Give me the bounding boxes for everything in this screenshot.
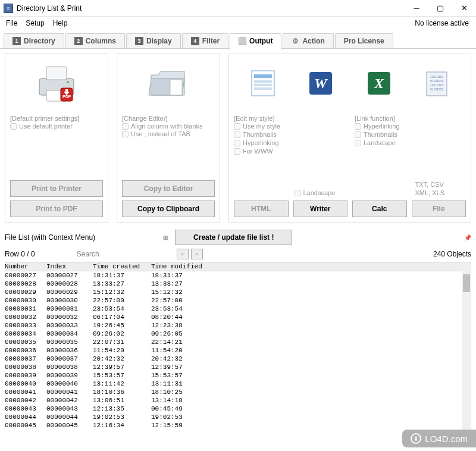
file-row[interactable]: 000000330000003319:26:4512:23:38 bbox=[5, 321, 471, 330]
scrollbar[interactable] bbox=[462, 262, 471, 430]
license-status: No license active bbox=[415, 19, 474, 27]
svg-text:W: W bbox=[315, 76, 328, 91]
xml-xls-label: XML, XLS bbox=[415, 189, 466, 196]
svg-text:01101001: 01101001 bbox=[430, 87, 443, 91]
landscape-checkbox-2[interactable]: Landscape bbox=[355, 139, 406, 146]
nav-next-button[interactable]: » bbox=[191, 249, 203, 259]
menu-file[interactable]: File bbox=[2, 18, 21, 29]
pin-icon[interactable]: 📌 bbox=[464, 234, 471, 241]
thumbnails-checkbox-2[interactable]: Thumbnails bbox=[355, 131, 406, 138]
print-to-pdf-button[interactable]: Print to PDF bbox=[10, 201, 103, 217]
file-row[interactable]: 000000420000004213:06:5113:14:18 bbox=[5, 396, 471, 405]
file-list-title: File List (with Context Menu) bbox=[5, 233, 95, 242]
tab-display[interactable]: 3Display bbox=[126, 33, 181, 48]
titlebar: ≡ Directory List & Print ─ ▢ ✕ bbox=[0, 0, 476, 17]
tab-directory[interactable]: 1Directory bbox=[4, 33, 64, 48]
writer-button[interactable]: Writer bbox=[293, 201, 348, 217]
export-panel: W X 10110110011010011011011001101001 [Ed… bbox=[228, 54, 471, 223]
tab-output[interactable]: Output bbox=[230, 33, 281, 49]
html-button[interactable]: HTML bbox=[234, 201, 289, 217]
for-www-checkbox[interactable]: For WWW bbox=[234, 148, 285, 155]
file-row[interactable]: 000000450000004512:16:3412:15:59 bbox=[5, 421, 471, 430]
expand-icon[interactable]: ⊞ bbox=[163, 234, 168, 241]
file-row[interactable]: 000000370000003720:42:3220:42:32 bbox=[5, 355, 471, 363]
row-count: Row 0 / 0 bbox=[5, 250, 35, 258]
file-icon: 10110110011010011011011001101001 bbox=[422, 68, 452, 99]
file-list-columns: NumberIndexTime createdTime modified bbox=[5, 262, 471, 271]
svg-rect-11 bbox=[254, 87, 272, 90]
align-column-checkbox[interactable]: Align column with blanks bbox=[122, 123, 215, 130]
minimize-button[interactable]: ─ bbox=[405, 0, 428, 17]
tab-filter[interactable]: 4Filter bbox=[182, 33, 228, 48]
file-list[interactable]: NumberIndexTime createdTime modified 000… bbox=[5, 262, 471, 430]
print-to-printer-button[interactable]: Print to Printer bbox=[10, 180, 103, 197]
svg-rect-10 bbox=[254, 84, 272, 86]
list-toolbar: Row 0 / 0 Search « » 240 Objects bbox=[0, 248, 476, 261]
file-row[interactable]: 000000380000003812:39:5712:39:57 bbox=[5, 363, 471, 371]
file-row[interactable]: 000000360000003611:54:2011:54:20 bbox=[5, 346, 471, 355]
printer-settings-hint: [Default printer settings] bbox=[10, 115, 103, 122]
tab-columns[interactable]: 2Columns bbox=[65, 33, 125, 48]
word-icon: W bbox=[306, 68, 336, 99]
edit-style-hint: [Edit my style] bbox=[234, 115, 285, 122]
use-default-printer-checkbox[interactable]: Use default printer bbox=[10, 123, 103, 130]
output-panel: PDF [Default printer settings] Use defau… bbox=[0, 49, 476, 227]
objects-count: 240 Objects bbox=[433, 250, 471, 258]
svg-text:10110110: 10110110 bbox=[430, 83, 443, 87]
calc-button[interactable]: Calc bbox=[352, 201, 407, 217]
html-icon bbox=[248, 68, 278, 99]
printer-icon: PDF bbox=[10, 58, 103, 110]
editor-panel: [Change Editor] Align column with blanks… bbox=[117, 54, 220, 223]
use-my-style-checkbox[interactable]: Use my style bbox=[234, 123, 285, 130]
file-row[interactable]: 000000310000003123:53:5423:53:54 bbox=[5, 305, 471, 313]
svg-text:10110110: 10110110 bbox=[430, 75, 443, 79]
menubar: File Setup Help No license active bbox=[0, 17, 476, 30]
svg-rect-9 bbox=[254, 80, 272, 83]
menu-setup[interactable]: Setup bbox=[22, 18, 48, 29]
window-title: Directory List & Print bbox=[17, 4, 405, 12]
file-row[interactable]: 000000280000002813:33:2713:33:27 bbox=[5, 280, 471, 288]
use-semicolon-checkbox[interactable]: Use ; instead of TAB bbox=[122, 130, 215, 137]
svg-text:PDF: PDF bbox=[62, 95, 71, 99]
file-row[interactable]: 000000440000004419:02:5319:02:53 bbox=[5, 413, 471, 421]
gear-icon: ⚙ bbox=[292, 37, 299, 45]
txt-csv-label: TXT, CSV bbox=[415, 181, 466, 188]
maximize-button[interactable]: ▢ bbox=[428, 0, 452, 17]
svg-rect-8 bbox=[254, 74, 272, 78]
file-row[interactable]: 000000390000003915:53:5715:53:57 bbox=[5, 371, 471, 380]
hyperlinking-checkbox-2[interactable]: Hyperlinking bbox=[355, 123, 406, 130]
scrollbar-thumb[interactable] bbox=[463, 274, 470, 292]
file-row[interactable]: 000000340000003409:26:0209:26:05 bbox=[5, 330, 471, 338]
svg-point-3 bbox=[67, 81, 69, 83]
file-row[interactable]: 000000430000004312:13:3500:45:49 bbox=[5, 405, 471, 413]
svg-rect-1 bbox=[46, 67, 67, 80]
tab-action[interactable]: ⚙Action bbox=[283, 33, 333, 48]
svg-text:X: X bbox=[374, 76, 384, 91]
excel-icon: X bbox=[364, 68, 394, 99]
svg-text:01101001: 01101001 bbox=[430, 79, 443, 83]
file-button[interactable]: File bbox=[412, 201, 466, 217]
search-label: Search bbox=[77, 250, 99, 258]
hyperlinking-checkbox-1[interactable]: Hyperlinking bbox=[234, 139, 285, 146]
menu-help[interactable]: Help bbox=[49, 18, 71, 29]
create-update-button[interactable]: Create / update file list ! bbox=[175, 230, 292, 245]
landscape-checkbox-1[interactable]: Landscape bbox=[295, 189, 346, 196]
change-editor-hint: [Change Editor] bbox=[122, 115, 215, 122]
download-icon: ⬇ bbox=[411, 433, 421, 444]
tab-pro-license[interactable]: Pro License bbox=[335, 33, 393, 48]
file-row[interactable]: 000000300000003022:57:0022:57:00 bbox=[5, 296, 471, 305]
file-row[interactable]: 000000410000004118:10:3618:10:25 bbox=[5, 388, 471, 396]
nav-prev-button[interactable]: « bbox=[177, 249, 189, 259]
watermark: ⬇ LO4D.com bbox=[402, 430, 476, 447]
file-list-header: File List (with Context Menu) ⊞ Create /… bbox=[0, 227, 476, 248]
thumbnails-checkbox-1[interactable]: Thumbnails bbox=[234, 131, 285, 138]
file-row[interactable]: 000000270000002718:31:3718:31:37 bbox=[5, 271, 471, 280]
close-button[interactable]: ✕ bbox=[452, 0, 476, 17]
copy-to-clipboard-button[interactable]: Copy to Clipboard bbox=[122, 201, 215, 217]
copy-to-editor-button[interactable]: Copy to Editor bbox=[122, 180, 215, 197]
file-row[interactable]: 000000320000003206:17:0408:20:44 bbox=[5, 313, 471, 321]
file-row[interactable]: 000000290000002915:12:3215:12:32 bbox=[5, 288, 471, 296]
document-icon bbox=[239, 37, 246, 45]
file-row[interactable]: 000000400000004013:11:4213:11:31 bbox=[5, 380, 471, 388]
file-row[interactable]: 000000350000003522:07:3122:14:21 bbox=[5, 338, 471, 346]
